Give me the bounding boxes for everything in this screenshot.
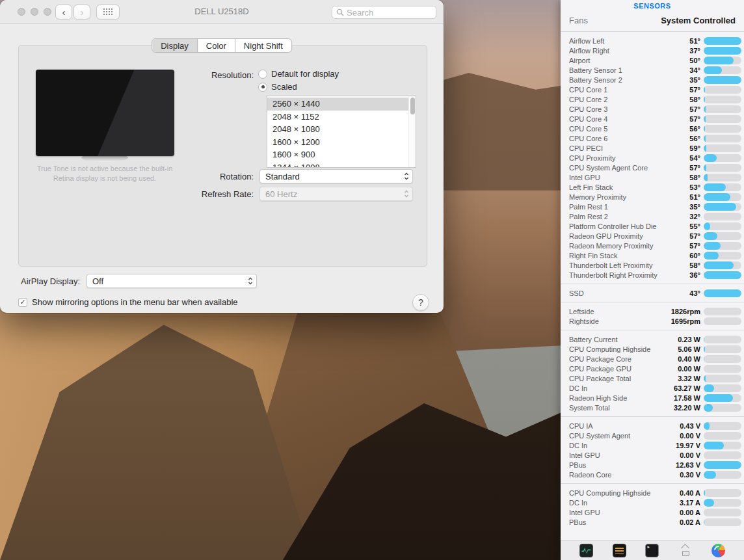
sensor-value: 3.17 A [680,499,704,507]
sensor-row: CPU Package GPU0.00 W [561,364,744,373]
resolution-option-default[interactable]: Default for display [258,69,339,79]
refresh-rate-label: Refresh Rate: [176,189,254,199]
sensor-label: Radeon GPU Proximity [569,232,643,240]
sensor-bar [704,384,741,392]
chevron-up-down-icon [404,172,409,181]
sensor-row: CPU Core 258° [561,94,744,104]
activity-graph-icon[interactable] [579,544,593,557]
fans-label: Fans [569,16,588,25]
sensor-label: Radeon Memory Proximity [569,242,654,250]
sensor-label: CPU Package GPU [569,365,631,373]
sensor-bar [704,213,741,220]
sensor-row: CPU Core 357° [561,104,744,114]
mirroring-option[interactable]: Show mirroring options in the menu bar w… [18,297,238,307]
sensor-row: Airflow Right37° [561,46,744,55]
sensor-group-storage: SSD43° [561,284,744,302]
resolution-option[interactable]: 2048 × 1080 [267,123,416,136]
titlebar[interactable]: ‹ › DELL U2518D [0,0,444,24]
sensor-value: 55° [689,222,704,230]
sensor-label: DC In [569,499,587,507]
tab-night-shift[interactable]: Night Shift [235,39,291,52]
scrollbar[interactable] [408,96,416,167]
sensor-bar [704,345,741,353]
sensor-label: PBus [569,518,586,526]
rotation-dropdown[interactable]: Standard [259,169,413,183]
sensor-bar [704,261,741,269]
radio-icon[interactable] [258,83,267,92]
sensor-value: 0.00 V [680,432,704,440]
sensor-label: Battery Sensor 1 [569,66,622,74]
sensor-value: 57° [689,115,704,123]
sensor-value: 53° [689,183,704,191]
sensor-group-current: CPU Computing Highside0.40 ADC In3.17 AI… [561,484,744,531]
help-button[interactable]: ? [412,294,429,311]
tab-display[interactable]: Display [152,39,198,52]
sensor-bar [704,336,741,343]
sensor-bar [704,174,741,181]
resolution-list[interactable]: 2560 × 14402048 × 11522048 × 10801600 × … [267,96,416,168]
gauge-icon[interactable] [711,544,725,557]
sensor-bar [704,252,741,260]
sensor-value: 0.43 V [680,422,704,430]
sensor-value: 0.00 W [678,365,704,373]
sensor-bar [704,105,741,113]
sensor-value: 51° [689,193,704,201]
sensor-row: Battery Current0.23 W [561,334,744,344]
sensor-bar [704,66,741,74]
sensor-bar [704,57,741,64]
sensor-value: 32.20 W [674,404,704,412]
sensor-label: Rightside [569,317,599,325]
sensor-bar [704,471,741,479]
sensor-value: 57° [689,86,704,94]
monitor-preview [36,70,174,156]
resolution-option-scaled[interactable]: Scaled [258,82,297,92]
sensor-bar [704,86,741,94]
terminal-icon[interactable] [645,544,659,557]
grabber-icon[interactable] [678,544,692,557]
sensor-value: 43° [689,289,704,297]
tab-color[interactable]: Color [198,39,235,52]
resolution-option[interactable]: 1600 × 900 [267,148,416,161]
sensor-bar [704,432,741,440]
search-input[interactable] [347,8,432,18]
airplay-dropdown[interactable]: Off [86,274,257,288]
sensor-bar [704,451,741,459]
resolution-option[interactable]: 1344 × 1008 [267,161,416,168]
resolution-option[interactable]: 1600 × 1200 [267,136,416,149]
sensor-value: 37° [689,47,704,55]
sensor-row: Airport50° [561,55,744,65]
sensor-bar [704,232,741,240]
sensor-row: SSD43° [561,288,744,298]
sensor-bar [704,489,741,497]
sensor-bar [704,317,741,325]
resolution-option[interactable]: 2048 × 1152 [267,111,416,124]
search-field[interactable] [332,6,436,19]
sensor-row: Platform Controller Hub Die55° [561,221,744,231]
sensor-row: Radeon Core0.30 V [561,470,744,479]
sensor-label: CPU Proximity [569,154,616,162]
sensor-group-power: Battery Current0.23 WCPU Computing Highs… [561,330,744,416]
sensor-row: PBus0.02 A [561,517,744,527]
mirroring-checkbox[interactable] [18,298,27,307]
resolution-label: Resolution: [176,70,254,80]
scrollbar-thumb[interactable] [410,98,415,114]
sensor-value: 12.63 V [676,461,704,469]
sensor-row: DC In3.17 A [561,498,744,507]
airplay-label: AirPlay Display: [7,276,80,286]
sensor-label: Airflow Left [569,37,604,45]
sensor-row: Intel GPU0.00 V [561,450,744,460]
resolution-option[interactable]: 2560 × 1440 [267,98,416,111]
sensor-label: CPU Core 4 [569,115,607,123]
fans-header[interactable]: Fans System Controlled [561,16,744,25]
mirroring-label: Show mirroring options in the menu bar w… [32,297,238,307]
true-tone-note: True Tone is not active because the buil… [31,164,178,183]
warning-text-icon[interactable] [613,544,626,557]
sensor-value: 5.06 W [678,345,704,353]
sensor-label: Palm Rest 2 [569,213,608,220]
sensor-value: 0.30 V [680,471,704,479]
sensor-label: Thunderbolt Left Proximity [569,261,652,269]
radio-icon[interactable] [258,70,267,79]
sensor-value: 0.23 W [678,336,704,343]
sensor-row: Intel GPU58° [561,172,744,182]
sensor-bar [704,271,741,279]
